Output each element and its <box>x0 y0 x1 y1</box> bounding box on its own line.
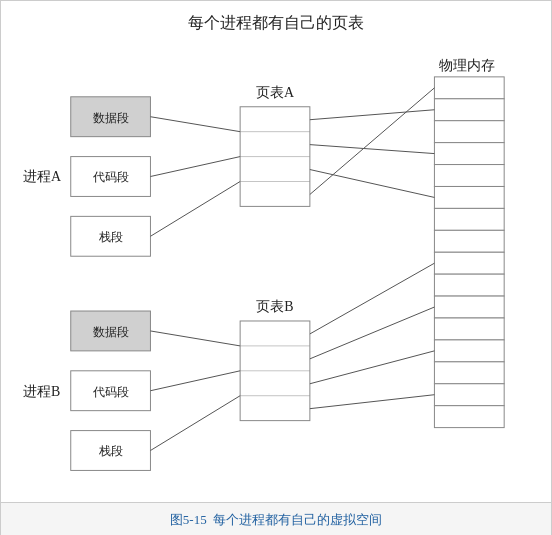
arrow-ptb-to-mem2 <box>310 307 435 359</box>
mem-block-3 <box>434 121 504 143</box>
arrow-ptb-to-mem1 <box>310 263 435 334</box>
caption-text: 每个进程都有自己的虚拟空间 <box>213 511 382 529</box>
mem-block-10 <box>434 274 504 296</box>
mem-block-7 <box>434 208 504 230</box>
diagram-area: 物理内存 进程A 数据段 <box>1 40 551 502</box>
caption: 图5-15 每个进程都有自己的虚拟空间 <box>1 502 551 535</box>
memory-label: 物理内存 <box>439 58 495 73</box>
seg-b-data-label: 数据段 <box>93 325 129 339</box>
mem-block-8 <box>434 230 504 252</box>
mem-block-14 <box>434 362 504 384</box>
arrow-a-data-to-pt <box>150 117 240 132</box>
mem-block-11 <box>434 296 504 318</box>
arrow-b-code-to-pt <box>150 371 240 391</box>
arrow-pta-to-mem2 <box>310 145 435 154</box>
arrow-a-code-to-pt <box>150 157 240 177</box>
main-container: 每个进程都有自己的页表 物理内存 进程A <box>0 0 552 535</box>
mem-block-1 <box>434 77 504 99</box>
seg-a-data-label: 数据段 <box>93 111 129 125</box>
page-table-b-label: 页表B <box>256 299 293 314</box>
diagram-svg: 物理内存 进程A 数据段 <box>1 40 551 502</box>
arrow-pta-to-mem1 <box>310 110 435 120</box>
mem-block-6 <box>434 186 504 208</box>
process-a-label: 进程A <box>23 169 61 184</box>
arrow-ptb-to-mem3 <box>310 351 435 384</box>
mem-block-12 <box>434 318 504 340</box>
arrow-b-stack-to-pt <box>150 396 240 451</box>
seg-b-code-label: 代码段 <box>92 385 129 399</box>
arrow-pta-to-mem3 <box>310 170 435 198</box>
arrow-b-data-to-pt <box>150 331 240 346</box>
caption-label: 图5-15 <box>170 511 207 529</box>
seg-a-stack-label: 栈段 <box>98 230 123 244</box>
arrow-a-stack-to-pt <box>150 181 240 236</box>
mem-block-13 <box>434 340 504 362</box>
arrow-ptb-to-mem4 <box>310 395 435 409</box>
mem-block-16 <box>434 406 504 428</box>
mem-block-5 <box>434 165 504 187</box>
process-b-label: 进程B <box>23 384 60 399</box>
mem-block-15 <box>434 384 504 406</box>
page-table-a-label: 页表A <box>256 85 294 100</box>
seg-a-code-label: 代码段 <box>92 170 129 184</box>
mem-block-4 <box>434 143 504 165</box>
mem-block-2 <box>434 99 504 121</box>
mem-block-9 <box>434 252 504 274</box>
seg-b-stack-label: 栈段 <box>98 444 123 458</box>
arrow-pta-to-mem4 <box>310 88 435 195</box>
page-title: 每个进程都有自己的页表 <box>188 13 364 34</box>
